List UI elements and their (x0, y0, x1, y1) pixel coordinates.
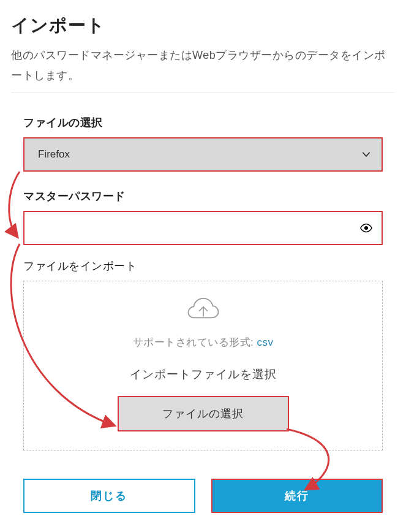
import-file-label: ファイルをインポート (23, 259, 383, 273)
file-dropzone[interactable]: サポートされている形式: csv インポートファイルを選択 ファイルの選択 (23, 281, 383, 450)
supported-format-value: csv (257, 336, 273, 348)
close-button[interactable]: 閉じる (23, 479, 195, 513)
file-select-dropdown[interactable]: Firefox (24, 139, 382, 170)
select-file-text: インポートファイルを選択 (36, 367, 370, 382)
divider (11, 93, 395, 93)
continue-button[interactable]: 続行 (212, 480, 382, 512)
cloud-upload-icon (36, 295, 370, 328)
master-password-input[interactable] (24, 213, 382, 243)
page-title: インポート (11, 13, 395, 38)
svg-point-0 (364, 226, 368, 230)
file-select-label: ファイルの選択 (23, 115, 383, 130)
supported-format-text: サポートされている形式: csv (36, 335, 370, 349)
choose-file-button[interactable]: ファイルの選択 (119, 397, 288, 430)
eye-icon[interactable] (359, 221, 373, 235)
master-password-label: マスターパスワード (23, 189, 383, 203)
page-subtitle: 他のパスワードマネージャーまたはWebブラウザーからのデータをインポートします。 (11, 45, 395, 86)
file-select-value: Firefox (38, 148, 70, 161)
chevron-down-icon (361, 149, 372, 160)
